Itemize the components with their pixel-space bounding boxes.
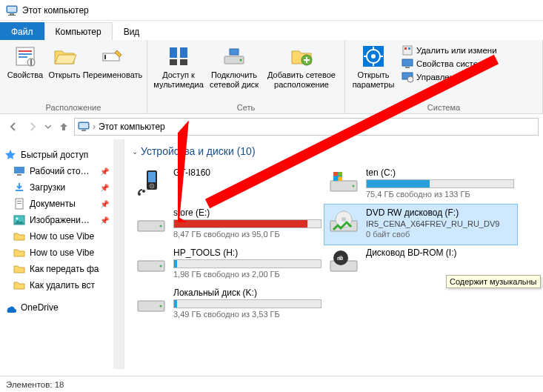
- drive-item[interactable]: HP_TOOLS (H:)1,98 ГБ свободно из 2,00 ГБ: [132, 245, 324, 285]
- rename-icon: [101, 44, 124, 68]
- drive-sub: 75,4 ГБ свободно из 133 ГБ: [366, 190, 514, 199]
- svg-point-65: [160, 265, 162, 268]
- map-drive-button[interactable]: Подключить сетевой диск: [205, 43, 263, 90]
- computer-icon: [78, 121, 90, 133]
- onedrive-icon: [4, 302, 16, 313]
- folder-icon: [13, 279, 25, 291]
- svg-rect-58: [339, 177, 343, 182]
- status-bar: Элементов: 18: [0, 376, 543, 392]
- pictures-icon: [13, 214, 25, 226]
- sidebar-item-folder[interactable]: Как передать фа: [0, 261, 124, 277]
- drive-item[interactable]: ten (C:)75,4 ГБ свободно из 133 ГБ: [324, 165, 517, 205]
- title-bar: Этот компьютер: [0, 0, 543, 21]
- svg-rect-39: [14, 167, 24, 173]
- drive-name: store (E:): [173, 207, 322, 218]
- drive-item[interactable]: Локальный диск (K:)3,49 ГБ свободно из 3…: [132, 285, 324, 325]
- svg-rect-5: [19, 50, 32, 52]
- sidebar-item-folder[interactable]: Как удалить вст: [0, 277, 124, 293]
- sysprops-icon: [402, 58, 413, 70]
- svg-rect-30: [404, 47, 407, 50]
- svg-rect-29: [403, 46, 412, 55]
- drive-name: HP_TOOLS (H:): [173, 248, 322, 258]
- drive-label: IR5_CENA_X64FREV_RU_RU_DV9: [366, 219, 514, 228]
- desktop-icon: [13, 165, 25, 177]
- drive-name: Локальный диск (K:): [173, 288, 322, 298]
- forward-icon: [27, 121, 39, 133]
- section-devices-drives[interactable]: ⌄ Устройства и диски (10): [132, 145, 540, 157]
- ribbon-tabs: Файл Компьютер Вид: [0, 21, 543, 40]
- ribbon-group-system: Открыть параметры Удалить или измени Сво…: [345, 40, 543, 113]
- manage-button[interactable]: Управление: [402, 71, 497, 83]
- svg-text:BD: BD: [337, 256, 344, 261]
- drive-name: ten (C:): [366, 167, 514, 178]
- svg-rect-55: [333, 172, 338, 176]
- folder-icon: [13, 247, 25, 259]
- media-access-button[interactable]: Доступ к мультимедиа: [152, 43, 205, 90]
- back-button[interactable]: [4, 118, 22, 136]
- tab-view[interactable]: Вид: [113, 22, 151, 40]
- add-network-location-button[interactable]: Добавить сетевое расположение: [263, 43, 340, 90]
- svg-rect-13: [180, 47, 187, 58]
- open-settings-button[interactable]: Открыть параметры: [350, 43, 397, 90]
- svg-rect-37: [79, 123, 88, 128]
- properties-button[interactable]: Свойства: [4, 43, 46, 82]
- address-bar[interactable]: › Этот компьютер: [74, 118, 539, 136]
- map-drive-icon: [222, 44, 246, 68]
- navigation-bar: › Этот компьютер: [0, 114, 543, 139]
- drives-grid: GT-I8160 ten (C:)75,4 ГБ свободно из 133…: [132, 165, 540, 325]
- folder-icon: [13, 230, 25, 242]
- window-title: Этот компьютер: [22, 5, 89, 16]
- svg-rect-7: [19, 56, 27, 58]
- forward-button[interactable]: [24, 118, 41, 136]
- system-properties-button[interactable]: Свойства системы: [402, 58, 497, 70]
- chevron-down-icon: ⌄: [132, 147, 138, 156]
- svg-point-46: [16, 218, 19, 220]
- svg-point-49: [150, 184, 154, 188]
- drive-item[interactable]: store (E:)8,47 ГБ свободно из 95,0 ГБ: [132, 205, 324, 245]
- rename-button[interactable]: Переименовать: [83, 43, 142, 82]
- svg-rect-2: [10, 13, 14, 15]
- uninstall-programs-button[interactable]: Удалить или измени: [402, 44, 497, 56]
- svg-rect-12: [170, 47, 177, 58]
- sidebar-item-folder[interactable]: How to use Vibe: [0, 245, 124, 261]
- pin-icon: 📌: [100, 216, 109, 225]
- drive-sub: 8,47 ГБ свободно из 95,0 ГБ: [173, 230, 322, 239]
- dvd-icon: [327, 207, 360, 237]
- sidebar-item-downloads[interactable]: Загрузки📌: [0, 179, 124, 196]
- tab-computer[interactable]: Компьютер: [44, 22, 113, 40]
- onedrive-root[interactable]: OneDrive: [0, 299, 124, 316]
- device-icon: [135, 167, 167, 197]
- drive-icon: [135, 248, 167, 277]
- sidebar-item-documents[interactable]: Документы📌: [0, 196, 124, 212]
- sidebar-item-desktop[interactable]: Рабочий сто…📌: [0, 163, 124, 179]
- sidebar-item-pictures[interactable]: Изображени…📌: [0, 212, 124, 228]
- quick-access-root[interactable]: Быстрый доступ: [0, 147, 124, 163]
- svg-rect-11: [104, 55, 106, 59]
- svg-point-71: [160, 305, 162, 308]
- svg-point-53: [353, 185, 355, 187]
- svg-rect-1: [7, 7, 16, 12]
- drive-item[interactable]: GT-I8160: [132, 165, 324, 205]
- up-button[interactable]: [55, 118, 73, 136]
- properties-icon: [13, 44, 37, 68]
- open-icon: [53, 44, 76, 68]
- capacity-bar: [366, 179, 514, 188]
- svg-rect-21: [304, 59, 310, 61]
- svg-rect-57: [333, 177, 338, 182]
- drive-icon: [135, 207, 167, 237]
- ribbon-group-network: Доступ к мультимедиа Подключить сетевой …: [147, 40, 345, 113]
- sidebar-item-folder[interactable]: How to use Vibe: [0, 228, 124, 245]
- svg-rect-38: [81, 130, 86, 131]
- recent-button[interactable]: [43, 118, 53, 136]
- svg-rect-18: [230, 49, 239, 55]
- open-button[interactable]: Открыть: [46, 43, 83, 82]
- manage-icon: [402, 71, 413, 83]
- svg-rect-6: [19, 53, 32, 55]
- drive-item[interactable]: DVD RW дисковод (F:) IR5_CENA_X64FREV_RU…: [324, 205, 517, 245]
- group-label-location: Расположение: [4, 102, 142, 112]
- drive-name: GT-I8160: [173, 167, 322, 178]
- svg-point-60: [160, 225, 162, 227]
- group-label-system: Система: [350, 102, 538, 112]
- tab-file[interactable]: Файл: [0, 22, 44, 40]
- drive-sub: 1,98 ГБ свободно из 2,00 ГБ: [173, 270, 322, 279]
